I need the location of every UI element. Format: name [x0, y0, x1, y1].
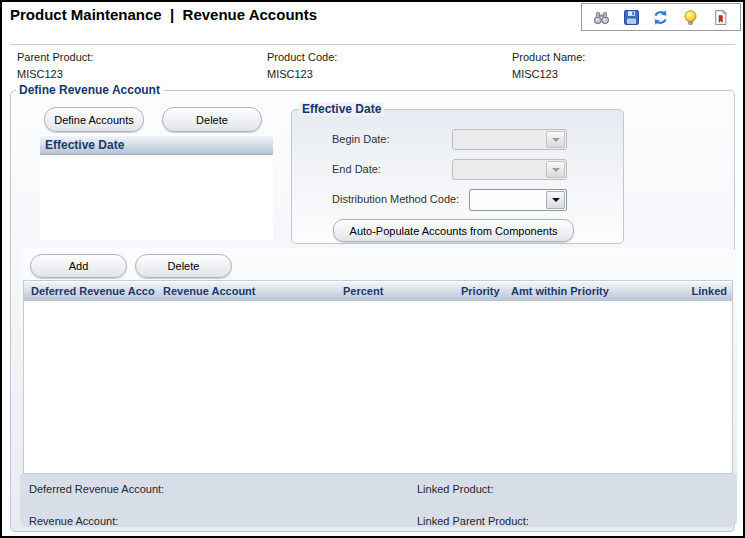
parent-product-value: MISC123	[17, 68, 63, 80]
auto-populate-button[interactable]: Auto-Populate Accounts from Components	[333, 219, 574, 242]
refresh-icon[interactable]	[651, 7, 671, 27]
linked-product-label: Linked Product:	[417, 483, 493, 495]
linked-parent-product-label: Linked Parent Product:	[417, 515, 529, 527]
column-header-linked: Linked	[692, 281, 727, 301]
begin-date-label: Begin Date:	[332, 133, 389, 145]
chevron-down-icon	[552, 168, 560, 172]
delete-effective-date-button[interactable]: Delete	[162, 107, 262, 132]
tip-lightbulb-icon[interactable]	[681, 7, 701, 27]
distribution-method-code-combobox[interactable]	[469, 189, 567, 211]
find-binoculars-icon[interactable]	[592, 7, 612, 27]
column-header-revenue-account: Revenue Account	[163, 281, 256, 301]
revenue-accounts-grid: Deferred Revenue Acco Revenue Account Pe…	[23, 280, 733, 474]
delete-account-button[interactable]: Delete	[135, 254, 232, 278]
column-header-amt-within-priority: Amt within Priority	[511, 281, 609, 301]
chevron-down-icon	[552, 198, 560, 202]
report-icon[interactable]	[710, 7, 730, 27]
effective-date-legend: Effective Date	[299, 102, 384, 116]
effective-date-list-header: Effective Date	[40, 135, 273, 155]
define-accounts-button[interactable]: Define Accounts	[44, 107, 144, 132]
app-window: Product Maintenance | Revenue Accounts	[0, 0, 745, 538]
summary-panel	[20, 474, 737, 527]
divider	[10, 44, 735, 45]
product-name-value: MISC123	[512, 68, 558, 80]
begin-date-dropdown-button	[546, 131, 565, 148]
page-title: Product Maintenance | Revenue Accounts	[10, 6, 317, 23]
add-account-button[interactable]: Add	[30, 254, 127, 278]
product-code-label: Product Code:	[267, 51, 337, 63]
toolbar	[581, 3, 741, 31]
revenue-accounts-grid-header: Deferred Revenue Acco Revenue Account Pe…	[24, 281, 732, 302]
end-date-label: End Date:	[332, 163, 381, 175]
define-revenue-account-legend: Define Revenue Account	[16, 83, 163, 97]
column-header-priority: Priority	[461, 281, 500, 301]
distribution-method-code-label: Distribution Method Code:	[332, 193, 459, 205]
effective-date-list[interactable]	[40, 155, 273, 240]
save-icon[interactable]	[621, 7, 641, 27]
begin-date-combobox	[452, 129, 567, 150]
chevron-down-icon	[552, 138, 560, 142]
end-date-dropdown-button	[546, 161, 565, 178]
column-header-percent: Percent	[343, 281, 383, 301]
product-name-label: Product Name:	[512, 51, 585, 63]
revenue-account-label: Revenue Account:	[29, 515, 118, 527]
parent-product-label: Parent Product:	[17, 51, 93, 63]
end-date-combobox	[452, 159, 567, 180]
product-code-value: MISC123	[267, 68, 313, 80]
revenue-accounts-grid-body[interactable]	[24, 301, 732, 473]
column-header-deferred-revenue-account: Deferred Revenue Acco	[31, 281, 155, 301]
distribution-method-code-dropdown-button[interactable]	[546, 191, 565, 209]
deferred-revenue-account-label: Deferred Revenue Account:	[29, 483, 164, 495]
